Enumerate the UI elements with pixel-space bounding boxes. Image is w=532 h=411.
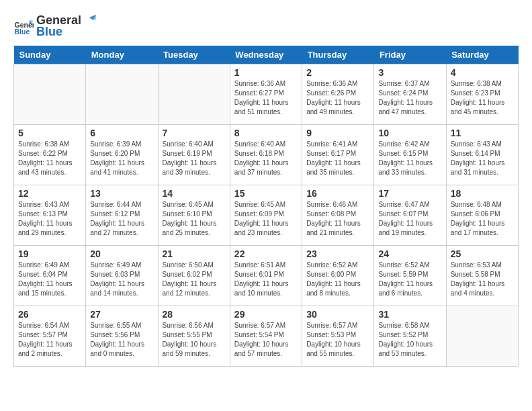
logo-bird-icon (83, 15, 97, 27)
day-number: 2 (306, 67, 369, 78)
calendar-cell: 24Sunrise: 6:52 AM Sunset: 5:59 PM Dayli… (374, 246, 446, 306)
logo-icon: General Blue (13, 16, 34, 36)
day-info: Sunrise: 6:55 AM Sunset: 5:56 PM Dayligh… (90, 321, 153, 359)
calendar-cell: 19Sunrise: 6:49 AM Sunset: 6:04 PM Dayli… (14, 246, 86, 306)
day-number: 12 (18, 188, 81, 199)
calendar-cell: 12Sunrise: 6:43 AM Sunset: 6:13 PM Dayli… (14, 185, 86, 246)
day-info: Sunrise: 6:47 AM Sunset: 6:07 PM Dayligh… (378, 200, 441, 238)
day-number: 28 (163, 309, 226, 320)
day-number: 31 (378, 309, 441, 320)
day-info: Sunrise: 6:52 AM Sunset: 6:00 PM Dayligh… (306, 261, 369, 298)
day-number: 29 (234, 309, 298, 320)
header-wednesday: Wednesday (230, 46, 302, 64)
day-info: Sunrise: 6:45 AM Sunset: 6:10 PM Dayligh… (163, 200, 226, 238)
calendar-cell: 20Sunrise: 6:49 AM Sunset: 6:03 PM Dayli… (86, 246, 158, 306)
day-number: 20 (90, 248, 153, 259)
day-number: 27 (90, 309, 153, 320)
day-info: Sunrise: 6:57 AM Sunset: 5:54 PM Dayligh… (234, 321, 298, 359)
calendar-cell: 15Sunrise: 6:45 AM Sunset: 6:09 PM Dayli… (230, 185, 302, 246)
calendar-cell: 29Sunrise: 6:57 AM Sunset: 5:54 PM Dayli… (230, 306, 302, 367)
calendar-cell: 16Sunrise: 6:46 AM Sunset: 6:08 PM Dayli… (302, 185, 374, 246)
calendar-cell: 22Sunrise: 6:51 AM Sunset: 6:01 PM Dayli… (230, 246, 302, 306)
calendar-cell: 21Sunrise: 6:50 AM Sunset: 6:02 PM Dayli… (158, 246, 230, 306)
day-number: 3 (378, 67, 441, 78)
day-number: 8 (234, 128, 298, 138)
calendar-cell: 27Sunrise: 6:55 AM Sunset: 5:56 PM Dayli… (86, 306, 158, 367)
day-number: 15 (234, 188, 298, 199)
day-info: Sunrise: 6:51 AM Sunset: 6:01 PM Dayligh… (234, 261, 298, 298)
day-number: 23 (306, 248, 369, 259)
logo: General Blue General Blue (13, 13, 97, 39)
day-info: Sunrise: 6:53 AM Sunset: 5:58 PM Dayligh… (451, 261, 514, 298)
day-number: 22 (234, 248, 298, 259)
day-info: Sunrise: 6:38 AM Sunset: 6:22 PM Dayligh… (18, 140, 81, 177)
day-info: Sunrise: 6:52 AM Sunset: 5:59 PM Dayligh… (378, 261, 441, 298)
day-number: 13 (90, 188, 153, 199)
day-number: 11 (451, 128, 514, 138)
calendar-cell: 26Sunrise: 6:54 AM Sunset: 5:57 PM Dayli… (14, 306, 86, 367)
day-number: 24 (378, 248, 441, 259)
header-monday: Monday (86, 46, 158, 64)
day-number: 19 (18, 248, 81, 259)
day-info: Sunrise: 6:37 AM Sunset: 6:24 PM Dayligh… (378, 79, 441, 117)
header-saturday: Saturday (446, 46, 518, 64)
day-number: 14 (163, 188, 226, 199)
day-info: Sunrise: 6:45 AM Sunset: 6:09 PM Dayligh… (234, 200, 298, 238)
day-info: Sunrise: 6:44 AM Sunset: 6:12 PM Dayligh… (90, 200, 153, 238)
calendar-cell: 25Sunrise: 6:53 AM Sunset: 5:58 PM Dayli… (446, 246, 518, 306)
day-info: Sunrise: 6:50 AM Sunset: 6:02 PM Dayligh… (163, 261, 226, 298)
calendar-cell: 5Sunrise: 6:38 AM Sunset: 6:22 PM Daylig… (14, 125, 86, 185)
day-info: Sunrise: 6:43 AM Sunset: 6:14 PM Dayligh… (451, 140, 514, 177)
day-info: Sunrise: 6:42 AM Sunset: 6:15 PM Dayligh… (378, 140, 441, 177)
day-number: 18 (451, 188, 514, 199)
day-info: Sunrise: 6:41 AM Sunset: 6:17 PM Dayligh… (306, 140, 369, 177)
day-number: 17 (378, 188, 441, 199)
header-friday: Friday (374, 46, 446, 64)
day-info: Sunrise: 6:39 AM Sunset: 6:20 PM Dayligh… (90, 140, 153, 177)
day-info: Sunrise: 6:49 AM Sunset: 6:04 PM Dayligh… (18, 261, 81, 298)
day-info: Sunrise: 6:40 AM Sunset: 6:19 PM Dayligh… (163, 140, 226, 177)
calendar-table: SundayMondayTuesdayWednesdayThursdayFrid… (13, 46, 519, 367)
day-number: 6 (90, 128, 153, 138)
calendar-cell: 17Sunrise: 6:47 AM Sunset: 6:07 PM Dayli… (374, 185, 446, 246)
day-number: 9 (306, 128, 369, 138)
day-number: 25 (451, 248, 514, 259)
day-info: Sunrise: 6:49 AM Sunset: 6:03 PM Dayligh… (90, 261, 153, 298)
week-row-3: 12Sunrise: 6:43 AM Sunset: 6:13 PM Dayli… (14, 185, 519, 246)
svg-text:Blue: Blue (15, 28, 30, 36)
calendar-cell: 18Sunrise: 6:48 AM Sunset: 6:06 PM Dayli… (446, 185, 518, 246)
day-number: 30 (306, 309, 369, 320)
day-number: 7 (163, 128, 226, 138)
calendar-cell: 13Sunrise: 6:44 AM Sunset: 6:12 PM Dayli… (86, 185, 158, 246)
day-info: Sunrise: 6:48 AM Sunset: 6:06 PM Dayligh… (451, 200, 514, 238)
calendar-cell (446, 306, 518, 367)
calendar-cell (14, 64, 86, 125)
header: General Blue General Blue (13, 13, 519, 39)
day-info: Sunrise: 6:54 AM Sunset: 5:57 PM Dayligh… (18, 321, 81, 359)
day-info: Sunrise: 6:40 AM Sunset: 6:18 PM Dayligh… (234, 140, 298, 177)
calendar-cell: 30Sunrise: 6:57 AM Sunset: 5:53 PM Dayli… (302, 306, 374, 367)
week-row-4: 19Sunrise: 6:49 AM Sunset: 6:04 PM Dayli… (14, 246, 519, 306)
calendar-cell: 23Sunrise: 6:52 AM Sunset: 6:00 PM Dayli… (302, 246, 374, 306)
day-number: 5 (18, 128, 81, 138)
calendar-cell: 4Sunrise: 6:38 AM Sunset: 6:23 PM Daylig… (446, 64, 518, 125)
day-number: 21 (163, 248, 226, 259)
calendar-cell: 31Sunrise: 6:58 AM Sunset: 5:52 PM Dayli… (374, 306, 446, 367)
calendar-cell: 8Sunrise: 6:40 AM Sunset: 6:18 PM Daylig… (230, 125, 302, 185)
header-row: SundayMondayTuesdayWednesdayThursdayFrid… (14, 46, 519, 64)
day-info: Sunrise: 6:56 AM Sunset: 5:55 PM Dayligh… (163, 321, 226, 359)
calendar-cell: 14Sunrise: 6:45 AM Sunset: 6:10 PM Dayli… (158, 185, 230, 246)
week-row-5: 26Sunrise: 6:54 AM Sunset: 5:57 PM Dayli… (14, 306, 519, 367)
calendar-cell: 11Sunrise: 6:43 AM Sunset: 6:14 PM Dayli… (446, 125, 518, 185)
day-number: 10 (378, 128, 441, 138)
day-info: Sunrise: 6:36 AM Sunset: 6:26 PM Dayligh… (306, 79, 369, 117)
day-info: Sunrise: 6:43 AM Sunset: 6:13 PM Dayligh… (18, 200, 81, 238)
week-row-1: 1Sunrise: 6:36 AM Sunset: 6:27 PM Daylig… (14, 64, 519, 125)
calendar-cell (158, 64, 230, 125)
calendar-cell (86, 64, 158, 125)
calendar-cell: 1Sunrise: 6:36 AM Sunset: 6:27 PM Daylig… (230, 64, 302, 125)
header-sunday: Sunday (14, 46, 86, 64)
day-number: 16 (306, 188, 369, 199)
calendar-cell: 9Sunrise: 6:41 AM Sunset: 6:17 PM Daylig… (302, 125, 374, 185)
calendar-cell: 3Sunrise: 6:37 AM Sunset: 6:24 PM Daylig… (374, 64, 446, 125)
